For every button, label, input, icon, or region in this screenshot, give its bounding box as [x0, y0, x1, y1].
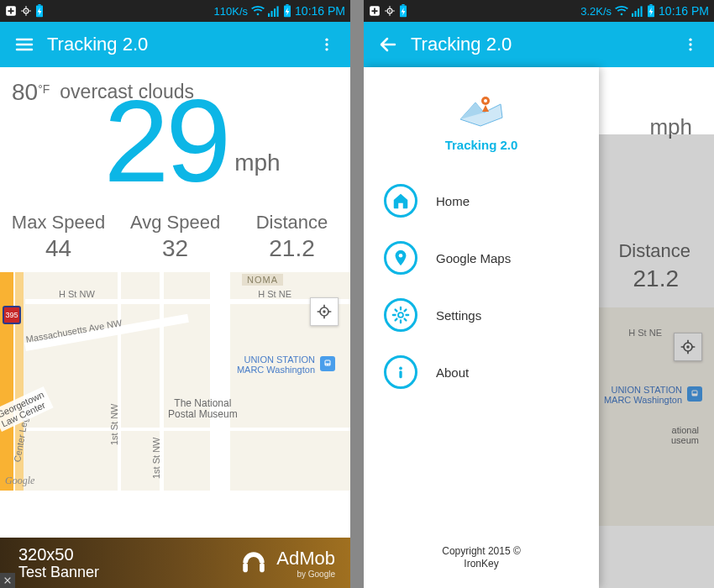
svg-rect-21: [260, 563, 265, 572]
status-bar: 110K/s 10:16 PM: [0, 0, 350, 22]
stat-max-speed: Max Speed 44: [0, 212, 117, 262]
svg-point-17: [328, 364, 329, 365]
signal-icon: [632, 5, 643, 17]
stat-label: Distance: [234, 212, 350, 234]
svg-rect-10: [286, 4, 288, 6]
ad-brand: AdMob: [276, 548, 335, 569]
svg-point-33: [689, 39, 691, 41]
battery-charging-icon: [283, 4, 291, 18]
svg-rect-27: [632, 13, 633, 17]
app-bar: Tracking 2.0: [364, 22, 714, 67]
my-location-button[interactable]: [310, 297, 339, 326]
map-view[interactable]: 395 NOMA H St NW H St NE Massachusetts A…: [0, 272, 350, 491]
svg-rect-29: [638, 8, 639, 17]
drawer-item-maps[interactable]: Google Maps: [364, 229, 599, 286]
speed-value: 29: [103, 82, 228, 200]
app-bar: Tracking 2.0: [0, 22, 350, 67]
drawer-item-label: About: [436, 365, 469, 380]
route-shield-395: 395: [3, 306, 21, 324]
more-vert-icon: [318, 36, 335, 53]
hamburger-icon: [14, 34, 34, 55]
map-pin-icon: [384, 241, 417, 275]
ad-close-button[interactable]: [0, 573, 15, 588]
road-h-st: [25, 299, 350, 304]
road-h2: [25, 428, 350, 431]
road-main: [210, 272, 230, 491]
drawer-app-name: Tracking 2.0: [364, 138, 599, 152]
road-label-h-nw: H St NW: [59, 289, 95, 299]
svg-point-11: [325, 39, 328, 41]
drawer-item-settings[interactable]: Settings: [364, 286, 599, 344]
copyright-line2: IronKey: [364, 558, 599, 571]
drawer-item-about[interactable]: About: [364, 344, 599, 401]
svg-point-16: [326, 364, 327, 365]
stat-value: 21.2: [234, 235, 350, 262]
status-bar: 3.2K/s 10:16 PM: [364, 0, 714, 22]
network-rate: 3.2K/s: [580, 5, 612, 18]
phone-drawer: 3.2K/s 10:16 PM Tracking 2.0 mph Distanc…: [364, 0, 714, 588]
overflow-button[interactable]: [675, 27, 706, 62]
copyright-line1: Copyright 2015 ©: [364, 545, 599, 559]
ad-size: 320x50: [18, 545, 74, 564]
drawer-footer: Copyright 2015 © IronKey: [364, 537, 599, 588]
svg-point-42: [399, 254, 403, 258]
app-title: Tracking 2.0: [47, 34, 312, 55]
drawer-header: Tracking 2.0: [364, 67, 599, 164]
gps-icon: [384, 5, 396, 17]
svg-point-24: [389, 10, 391, 12]
clock: 10:16 PM: [659, 4, 709, 18]
svg-rect-26: [402, 4, 404, 6]
admob-icon: [239, 549, 268, 577]
temperature-value: 80: [12, 79, 38, 106]
transit-union-station: UNION STATION MARC Washington: [237, 354, 315, 375]
stat-distance: Distance 21.2: [234, 212, 350, 262]
signal-icon: [268, 5, 280, 17]
drawer-item-label: Settings: [436, 308, 481, 323]
battery-charging-icon: [647, 4, 655, 18]
svg-rect-4: [38, 4, 40, 6]
stats-row: Max Speed 44 Avg Speed 32 Distance 21.2: [0, 207, 350, 272]
road-label-1st-b: 1st St NW: [151, 437, 161, 479]
svg-rect-32: [649, 4, 652, 6]
battery-saver-icon: [399, 4, 407, 18]
drawer-item-label: Google Maps: [436, 251, 511, 265]
stat-value: 44: [0, 235, 117, 262]
road-label-1st-a: 1st St NW: [109, 403, 119, 445]
menu-button[interactable]: [7, 27, 42, 62]
stat-avg-speed: Avg Speed 32: [117, 212, 234, 262]
overflow-button[interactable]: [312, 27, 342, 62]
svg-rect-20: [244, 563, 249, 572]
back-button[interactable]: [370, 27, 406, 62]
svg-point-34: [689, 43, 691, 45]
svg-point-41: [484, 99, 487, 102]
svg-rect-15: [326, 361, 330, 364]
ad-banner[interactable]: 320x50 Test Banner AdMob by Google: [0, 538, 350, 588]
poi-postal-museum: The National Postal Museum: [168, 398, 238, 420]
stat-label: Avg Speed: [117, 212, 234, 234]
navigation-drawer: Tracking 2.0 Home Google Maps Settings: [364, 67, 599, 588]
wifi-icon: [615, 5, 628, 17]
arrow-back-icon: [378, 34, 398, 55]
crosshair-icon: [316, 303, 333, 320]
svg-rect-28: [635, 11, 637, 17]
svg-point-2: [25, 10, 27, 12]
speed-unit: mph: [234, 150, 280, 176]
battery-saver-icon: [35, 4, 44, 18]
neighborhood-noma: NOMA: [242, 274, 283, 286]
dashboard-top: 80 °F overcast clouds 29 mph: [0, 67, 350, 207]
network-rate: 110K/s: [214, 5, 248, 18]
wifi-icon: [251, 5, 265, 17]
drawer-items: Home Google Maps Settings About: [364, 164, 599, 537]
transit-icon: [320, 356, 335, 371]
drawer-item-home[interactable]: Home: [364, 172, 599, 229]
svg-rect-5: [268, 13, 270, 17]
road-vert-2: [118, 272, 121, 491]
drawer-item-label: Home: [436, 194, 470, 208]
ad-brand-sub: by Google: [276, 570, 335, 579]
svg-rect-8: [277, 6, 279, 17]
svg-point-44: [399, 367, 402, 370]
svg-rect-7: [274, 8, 276, 17]
svg-point-19: [323, 310, 325, 312]
stat-label: Max Speed: [0, 212, 117, 234]
svg-rect-6: [271, 11, 273, 17]
